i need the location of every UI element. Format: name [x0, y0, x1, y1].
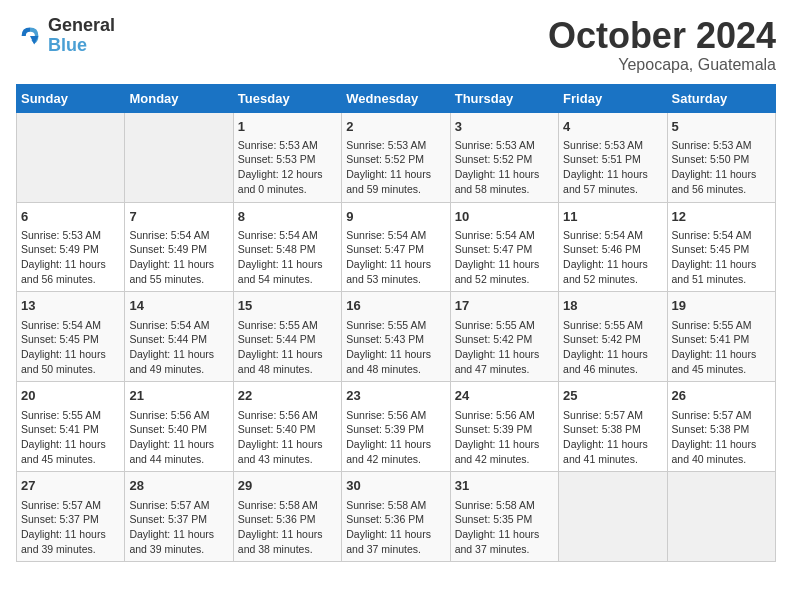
day-info-text: Sunrise: 5:55 AM [21, 408, 120, 423]
title-block: October 2024 Yepocapa, Guatemala [548, 16, 776, 74]
day-info-text: Sunset: 5:44 PM [238, 332, 337, 347]
day-info-text: Daylight: 11 hours and 42 minutes. [455, 437, 554, 466]
day-number: 28 [129, 477, 228, 495]
day-info-text: Daylight: 11 hours and 37 minutes. [346, 527, 445, 556]
day-number: 8 [238, 208, 337, 226]
day-info-text: Daylight: 11 hours and 53 minutes. [346, 257, 445, 286]
day-number: 11 [563, 208, 662, 226]
day-info-text: Daylight: 11 hours and 42 minutes. [346, 437, 445, 466]
calendar-cell: 7Sunrise: 5:54 AMSunset: 5:49 PMDaylight… [125, 202, 233, 292]
day-info-text: Sunset: 5:36 PM [238, 512, 337, 527]
calendar-week-row: 6Sunrise: 5:53 AMSunset: 5:49 PMDaylight… [17, 202, 776, 292]
day-number: 22 [238, 387, 337, 405]
calendar-week-row: 13Sunrise: 5:54 AMSunset: 5:45 PMDayligh… [17, 292, 776, 382]
calendar-cell: 23Sunrise: 5:56 AMSunset: 5:39 PMDayligh… [342, 382, 450, 472]
day-info-text: Daylight: 11 hours and 45 minutes. [21, 437, 120, 466]
day-number: 14 [129, 297, 228, 315]
day-info-text: Sunrise: 5:56 AM [455, 408, 554, 423]
weekday-header: Monday [125, 84, 233, 112]
day-info-text: Sunrise: 5:54 AM [238, 228, 337, 243]
calendar-cell: 19Sunrise: 5:55 AMSunset: 5:41 PMDayligh… [667, 292, 775, 382]
day-number: 3 [455, 118, 554, 136]
day-info-text: Daylight: 11 hours and 48 minutes. [346, 347, 445, 376]
calendar-cell: 10Sunrise: 5:54 AMSunset: 5:47 PMDayligh… [450, 202, 558, 292]
day-info-text: Sunset: 5:37 PM [21, 512, 120, 527]
day-info-text: Daylight: 11 hours and 46 minutes. [563, 347, 662, 376]
day-number: 30 [346, 477, 445, 495]
day-number: 5 [672, 118, 771, 136]
calendar-cell [559, 472, 667, 562]
calendar-cell: 14Sunrise: 5:54 AMSunset: 5:44 PMDayligh… [125, 292, 233, 382]
day-info-text: Sunset: 5:45 PM [21, 332, 120, 347]
day-info-text: Sunset: 5:39 PM [455, 422, 554, 437]
weekday-header: Tuesday [233, 84, 341, 112]
day-info-text: Sunrise: 5:53 AM [238, 138, 337, 153]
day-info-text: Sunset: 5:41 PM [21, 422, 120, 437]
day-info-text: Daylight: 11 hours and 56 minutes. [672, 167, 771, 196]
calendar-cell: 30Sunrise: 5:58 AMSunset: 5:36 PMDayligh… [342, 472, 450, 562]
day-info-text: Sunrise: 5:53 AM [455, 138, 554, 153]
day-info-text: Sunrise: 5:54 AM [21, 318, 120, 333]
day-info-text: Sunrise: 5:54 AM [672, 228, 771, 243]
day-info-text: Sunrise: 5:55 AM [455, 318, 554, 333]
day-number: 24 [455, 387, 554, 405]
day-info-text: Daylight: 11 hours and 54 minutes. [238, 257, 337, 286]
day-info-text: Sunset: 5:35 PM [455, 512, 554, 527]
day-number: 18 [563, 297, 662, 315]
calendar-cell: 9Sunrise: 5:54 AMSunset: 5:47 PMDaylight… [342, 202, 450, 292]
weekday-header: Sunday [17, 84, 125, 112]
day-info-text: Sunset: 5:52 PM [346, 152, 445, 167]
weekday-header: Thursday [450, 84, 558, 112]
day-info-text: Sunset: 5:44 PM [129, 332, 228, 347]
calendar-cell [17, 112, 125, 202]
day-info-text: Sunset: 5:45 PM [672, 242, 771, 257]
day-info-text: Daylight: 11 hours and 52 minutes. [455, 257, 554, 286]
calendar-cell: 4Sunrise: 5:53 AMSunset: 5:51 PMDaylight… [559, 112, 667, 202]
day-info-text: Sunrise: 5:54 AM [346, 228, 445, 243]
day-info-text: Sunset: 5:38 PM [672, 422, 771, 437]
calendar-cell: 15Sunrise: 5:55 AMSunset: 5:44 PMDayligh… [233, 292, 341, 382]
calendar-cell [125, 112, 233, 202]
day-info-text: Daylight: 11 hours and 51 minutes. [672, 257, 771, 286]
day-number: 15 [238, 297, 337, 315]
day-info-text: Sunrise: 5:55 AM [563, 318, 662, 333]
logo: General Blue [16, 16, 115, 56]
day-info-text: Sunset: 5:50 PM [672, 152, 771, 167]
day-number: 23 [346, 387, 445, 405]
day-info-text: Daylight: 12 hours and 0 minutes. [238, 167, 337, 196]
calendar-cell: 3Sunrise: 5:53 AMSunset: 5:52 PMDaylight… [450, 112, 558, 202]
day-info-text: Daylight: 11 hours and 45 minutes. [672, 347, 771, 376]
calendar-cell [667, 472, 775, 562]
day-info-text: Sunrise: 5:57 AM [672, 408, 771, 423]
day-info-text: Sunrise: 5:53 AM [672, 138, 771, 153]
day-number: 4 [563, 118, 662, 136]
day-number: 19 [672, 297, 771, 315]
day-number: 20 [21, 387, 120, 405]
calendar-body: 1Sunrise: 5:53 AMSunset: 5:53 PMDaylight… [17, 112, 776, 562]
day-info-text: Sunset: 5:43 PM [346, 332, 445, 347]
day-number: 10 [455, 208, 554, 226]
day-info-text: Daylight: 11 hours and 43 minutes. [238, 437, 337, 466]
day-number: 12 [672, 208, 771, 226]
day-info-text: Sunrise: 5:54 AM [563, 228, 662, 243]
calendar-week-row: 1Sunrise: 5:53 AMSunset: 5:53 PMDaylight… [17, 112, 776, 202]
day-info-text: Sunrise: 5:55 AM [346, 318, 445, 333]
day-number: 27 [21, 477, 120, 495]
calendar-week-row: 27Sunrise: 5:57 AMSunset: 5:37 PMDayligh… [17, 472, 776, 562]
day-info-text: Sunrise: 5:54 AM [455, 228, 554, 243]
day-info-text: Sunrise: 5:53 AM [21, 228, 120, 243]
day-info-text: Sunrise: 5:57 AM [21, 498, 120, 513]
calendar-header: SundayMondayTuesdayWednesdayThursdayFrid… [17, 84, 776, 112]
day-info-text: Sunset: 5:40 PM [129, 422, 228, 437]
calendar-cell: 8Sunrise: 5:54 AMSunset: 5:48 PMDaylight… [233, 202, 341, 292]
logo-line2: Blue [48, 36, 115, 56]
logo-line1: General [48, 16, 115, 36]
day-info-text: Daylight: 11 hours and 52 minutes. [563, 257, 662, 286]
day-info-text: Sunset: 5:52 PM [455, 152, 554, 167]
day-info-text: Daylight: 11 hours and 39 minutes. [21, 527, 120, 556]
day-info-text: Daylight: 11 hours and 48 minutes. [238, 347, 337, 376]
day-info-text: Daylight: 11 hours and 41 minutes. [563, 437, 662, 466]
day-number: 7 [129, 208, 228, 226]
calendar-cell: 24Sunrise: 5:56 AMSunset: 5:39 PMDayligh… [450, 382, 558, 472]
weekday-row: SundayMondayTuesdayWednesdayThursdayFrid… [17, 84, 776, 112]
